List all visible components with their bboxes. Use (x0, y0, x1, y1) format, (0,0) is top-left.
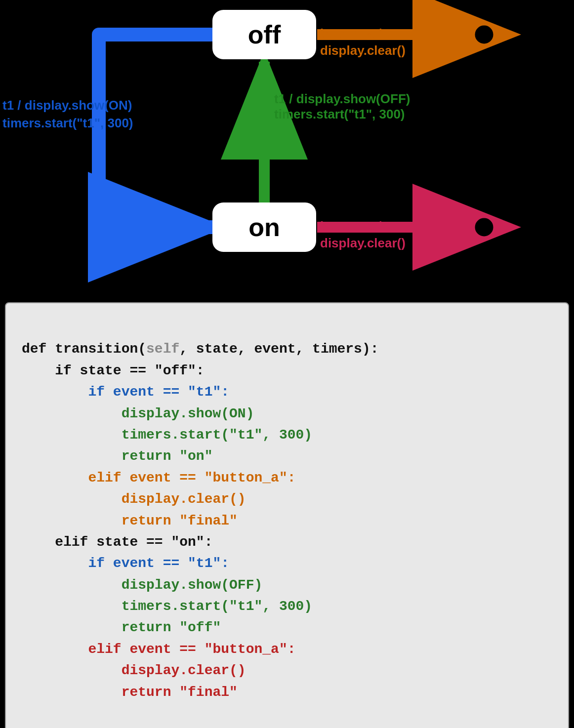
state-off-label: off (248, 20, 281, 49)
diagram-section: off on t1 / display.show(OFF) timers.sta… (0, 0, 574, 296)
pink-label-line1: button_a / (320, 218, 406, 235)
orange-label-line2: display.clear() (320, 42, 406, 59)
state-off: off (212, 10, 316, 59)
pink-label-line2: display.clear() (320, 235, 406, 252)
orange-label-line1: button_a / (320, 26, 406, 42)
green-label-line1: t1 / display.show(OFF) (274, 91, 410, 107)
blue-label-line2: timers.start("t1", 300) (2, 114, 133, 132)
code-section: def transition(self, state, event, timer… (5, 302, 569, 728)
green-label-line2: timers.start("t1", 300) (274, 107, 410, 122)
green-transition-label: t1 / display.show(OFF) timers.start("t1"… (274, 91, 410, 122)
svg-point-8 (473, 216, 495, 238)
state-on-label: on (248, 212, 280, 242)
blue-transition-label: t1 / display.show(ON) timers.start("t1",… (2, 96, 133, 132)
blue-label-line1: t1 / display.show(ON) (2, 96, 133, 114)
code-block: def transition(self, state, event, timer… (22, 317, 552, 724)
pink-transition-label: button_a / display.clear() (320, 218, 406, 252)
orange-transition-label: button_a / display.clear() (320, 26, 406, 59)
state-on: on (212, 202, 316, 252)
svg-point-7 (473, 24, 495, 45)
